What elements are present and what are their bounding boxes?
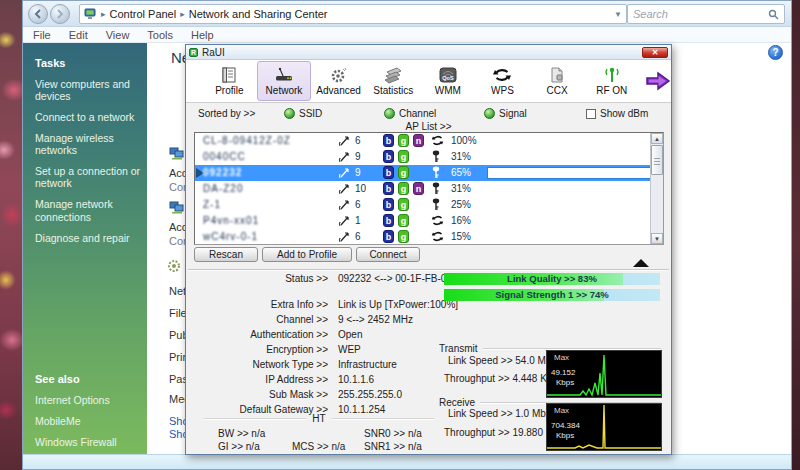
- ap-signal-percent: 25%: [451, 199, 481, 210]
- tab-advanced[interactable]: Advanced: [311, 61, 366, 101]
- scroll-up-icon[interactable]: ▲: [651, 133, 663, 144]
- mode-g-icon: g: [398, 150, 409, 163]
- menu-edit[interactable]: Edit: [69, 29, 88, 41]
- mode-b-icon: b: [383, 182, 394, 195]
- ap-row[interactable]: wC4rv-0-1 6 b g 15%: [195, 229, 663, 245]
- scroll-down-icon[interactable]: ▼: [651, 233, 663, 244]
- mode-g-icon: g: [398, 182, 409, 195]
- tab-statistics[interactable]: Statistics: [366, 61, 421, 101]
- ap-row[interactable]: 0040CC 9 b g 31%: [195, 149, 663, 165]
- show-dbm-checkbox[interactable]: [586, 109, 596, 119]
- tasks-pane: Tasks View computers and devices Connect…: [23, 43, 147, 454]
- rescan-button[interactable]: Rescan: [194, 247, 258, 262]
- address-bar[interactable]: ▸ Control Panel ▸ Network and Sharing Ce…: [79, 4, 627, 24]
- tab-label: WPS: [491, 85, 514, 96]
- ap-row[interactable]: DA-Z20 10 b g n 31%: [195, 181, 663, 197]
- tab-label: Advanced: [316, 85, 360, 96]
- ap-ssid: wC4rv-0-1: [203, 231, 338, 242]
- more-tabs-arrow-button[interactable]: [645, 69, 671, 93]
- menu-file[interactable]: File: [33, 29, 51, 41]
- wps-sync-icon: [431, 230, 444, 243]
- sort-ssid-control[interactable]: SSID: [284, 108, 322, 119]
- tab-wmm[interactable]: QoS WMM: [421, 61, 476, 101]
- add-to-profile-button[interactable]: Add to Profile: [262, 247, 352, 262]
- show-dbm-label: Show dBm: [600, 108, 648, 119]
- tab-wps[interactable]: WPS: [475, 61, 530, 101]
- menu-help[interactable]: Help: [191, 29, 214, 41]
- sort-channel-control[interactable]: Channel: [384, 108, 436, 119]
- back-button[interactable]: [28, 4, 48, 24]
- wps-sync-icon: [431, 214, 444, 227]
- ap-list: CL-8-09412Z-0Z 6 b g n 100% 0040CC 9 b g…: [194, 132, 664, 245]
- screen: ▸ Control Panel ▸ Network and Sharing Ce…: [0, 0, 800, 470]
- ap-list-header: AP List >>: [186, 121, 671, 132]
- ap-list-scrollbar[interactable]: ▲ ▼: [650, 133, 663, 244]
- sort-signal-button[interactable]: [484, 108, 495, 119]
- sidebar-item-setup-connection[interactable]: Set up a connection or network: [35, 165, 147, 189]
- status-label: Extra Info >>: [186, 299, 328, 310]
- mode-b-icon: b: [383, 134, 394, 147]
- close-icon[interactable]: ✕: [642, 47, 668, 58]
- ap-row[interactable]: Z-1 6 b g 25%: [195, 197, 663, 213]
- ap-ssid: 0040CC: [203, 151, 338, 162]
- forward-button[interactable]: [50, 4, 70, 24]
- sidebar-item-view-computers[interactable]: View computers and devices: [35, 78, 147, 102]
- sidebar-item-windows-firewall[interactable]: Windows Firewall: [35, 436, 143, 448]
- scrollbar-thumb[interactable]: [651, 145, 663, 175]
- mode-g-icon: g: [398, 214, 409, 227]
- sort-channel-button[interactable]: [384, 108, 395, 119]
- ht-title: HT: [312, 413, 325, 424]
- address-dropdown-icon[interactable]: ▼: [614, 10, 622, 19]
- ap-signal-bar: [487, 184, 653, 194]
- tab-label: CCX: [547, 85, 568, 96]
- mode-b-icon: b: [383, 230, 394, 243]
- search-input[interactable]: Search: [627, 4, 785, 24]
- sidebar-item-internet-options[interactable]: Internet Options: [35, 394, 143, 406]
- ccx-icon: [548, 66, 566, 84]
- status-value: 255.255.255.0: [338, 389, 402, 400]
- menu-tools[interactable]: Tools: [147, 29, 173, 41]
- status-label: Network Type >>: [186, 359, 328, 370]
- tab-label: Network: [266, 85, 303, 96]
- connect-button[interactable]: Connect: [356, 247, 420, 262]
- receive-link-speed: Link Speed >> 1.0 Mbps: [448, 408, 556, 419]
- ap-row-selected[interactable]: 092232 9 b g 65%: [195, 165, 663, 181]
- purple-arrow-icon: [645, 69, 671, 93]
- see-also-header: See also: [35, 373, 143, 385]
- sort-signal-control[interactable]: Signal: [484, 108, 527, 119]
- ap-row[interactable]: CL-8-09412Z-0Z 6 b g n 100%: [195, 133, 663, 149]
- ap-channel: 9: [355, 167, 373, 178]
- tab-ccx[interactable]: CCX: [530, 61, 585, 101]
- search-icon[interactable]: [768, 9, 779, 20]
- show-dbm-control[interactable]: Show dBm: [586, 108, 648, 119]
- sidebar-item-connect-network[interactable]: Connect to a network: [35, 111, 147, 123]
- tab-rf-on[interactable]: RF ON: [584, 61, 639, 101]
- tab-profile[interactable]: Profile: [202, 61, 257, 101]
- transmit-graph: Max 49.152 Kbps: [546, 350, 662, 398]
- menu-view[interactable]: View: [106, 29, 130, 41]
- control-panel-icon: [84, 8, 97, 20]
- network-tab-icon: [274, 66, 294, 84]
- status-value: 10.1.1.6: [338, 374, 374, 385]
- key-icon: [431, 198, 441, 211]
- sidebar-item-manage-connections[interactable]: Manage network connections: [35, 198, 147, 222]
- tab-network[interactable]: Network: [257, 61, 312, 101]
- dialog-titlebar[interactable]: R RaUI ✕: [186, 45, 671, 60]
- help-icon[interactable]: ?: [768, 45, 783, 60]
- status-value: WEP: [338, 344, 361, 355]
- sidebar-item-diagnose-repair[interactable]: Diagnose and repair: [35, 232, 147, 244]
- desktop-wallpaper-left: [0, 0, 22, 470]
- sort-ssid-button[interactable]: [284, 108, 295, 119]
- breadcrumb-network-sharing-center[interactable]: Network and Sharing Center: [189, 8, 328, 20]
- sort-ssid-label: SSID: [299, 108, 322, 119]
- raui-dialog: R RaUI ✕ Profile: [185, 44, 672, 455]
- ap-ssid: DA-Z20: [203, 183, 338, 194]
- sidebar-item-manage-wireless[interactable]: Manage wireless networks: [35, 132, 147, 156]
- ap-row[interactable]: P4vn-xx01 1 b g 16%: [195, 213, 663, 229]
- breadcrumb-control-panel[interactable]: Control Panel: [110, 8, 177, 20]
- ap-buttons-row: Rescan Add to Profile Connect: [186, 247, 671, 263]
- collapse-panel-arrow[interactable]: [633, 259, 649, 267]
- status-value: 9 <--> 2452 MHz: [338, 314, 413, 325]
- ap-ssid: 092232: [203, 167, 338, 178]
- sidebar-item-mobileme[interactable]: MobileMe: [35, 415, 143, 427]
